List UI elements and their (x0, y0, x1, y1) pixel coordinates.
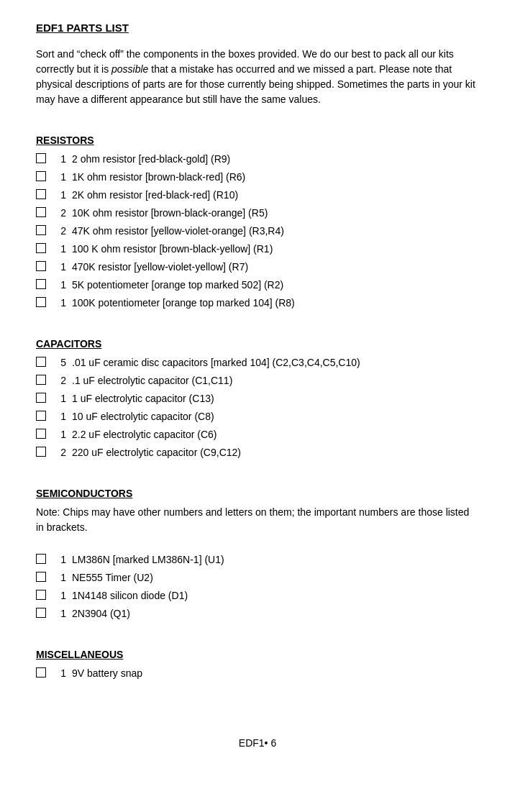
item-description: 10K ohm resistor [brown-black-orange] (R… (72, 206, 479, 221)
list-item: 19V battery snap (36, 666, 479, 681)
checkbox[interactable] (36, 357, 46, 367)
item-description: 220 uF electrolytic capacitor (C9,C12) (72, 445, 479, 460)
list-item: 1LM386N [marked LM386N-1] (U1) (36, 552, 479, 567)
list-item: 12N3904 (Q1) (36, 606, 479, 621)
item-description: LM386N [marked LM386N-1] (U1) (72, 552, 479, 567)
checkbox[interactable] (36, 243, 46, 253)
item-quantity: 1 (52, 188, 66, 203)
list-item: 11K ohm resistor [brown-black-red] (R6) (36, 170, 479, 185)
items-list-semiconductors: 1LM386N [marked LM386N-1] (U1)1NE555 Tim… (36, 552, 479, 621)
section-resistors: RESISTORS12 ohm resistor [red-black-gold… (36, 134, 479, 324)
item-quantity: 1 (52, 278, 66, 293)
item-description: 1 uF electrolytic capacitor (C13) (72, 391, 479, 406)
items-list-resistors: 12 ohm resistor [red-black-gold] (R9)11K… (36, 152, 479, 311)
section-title-semiconductors: SEMICONDUCTORS (36, 488, 479, 499)
checkbox[interactable] (36, 554, 46, 564)
checkbox[interactable] (36, 393, 46, 403)
section-semiconductors: SEMICONDUCTORSNote: Chips may have other… (36, 488, 479, 634)
item-description: 2K ohm resistor [red-black-red] (R10) (72, 188, 479, 203)
checkbox[interactable] (36, 261, 46, 271)
section-miscellaneous: MISCELLANEOUS19V battery snap (36, 649, 479, 694)
item-quantity: 1 (52, 427, 66, 442)
item-quantity: 1 (52, 391, 66, 406)
list-item: 12.2 uF electrolytic capacitor (C6) (36, 427, 479, 442)
checkbox[interactable] (36, 297, 46, 307)
checkbox[interactable] (36, 189, 46, 199)
item-quantity: 1 (52, 260, 66, 275)
page-title: EDF1 PARTS LIST (36, 22, 479, 34)
checkbox[interactable] (36, 590, 46, 600)
checkbox[interactable] (36, 207, 46, 217)
item-quantity: 1 (52, 552, 66, 567)
list-item: 12 ohm resistor [red-black-gold] (R9) (36, 152, 479, 167)
item-quantity: 2 (52, 206, 66, 221)
item-description: 9V battery snap (72, 666, 479, 681)
item-description: NE555 Timer (U2) (72, 570, 479, 585)
list-item: 11N4148 silicon diode (D1) (36, 588, 479, 603)
section-note-semiconductors: Note: Chips may have other numbers and l… (36, 505, 479, 535)
checkbox[interactable] (36, 667, 46, 678)
checkbox[interactable] (36, 279, 46, 289)
section-title-capacitors: CAPACITORS (36, 338, 479, 350)
list-item: 1100K potentiometer [orange top marked 1… (36, 296, 479, 311)
items-list-capacitors: 5.01 uF ceramic disc capacitors [marked … (36, 355, 479, 460)
item-description: 2.2 uF electrolytic capacitor (C6) (72, 427, 479, 442)
list-item: 2.1 uF electrolytic capacitor (C1,C11) (36, 373, 479, 388)
section-capacitors: CAPACITORS5.01 uF ceramic disc capacitor… (36, 338, 479, 473)
checkbox[interactable] (36, 572, 46, 582)
item-quantity: 2 (52, 224, 66, 239)
section-title-miscellaneous: MISCELLANEOUS (36, 649, 479, 660)
item-quantity: 1 (52, 296, 66, 311)
list-item: 2220 uF electrolytic capacitor (C9,C12) (36, 445, 479, 460)
list-item: 1100 K ohm resistor [brown-black-yellow]… (36, 242, 479, 257)
item-description: .01 uF ceramic disc capacitors [marked 1… (72, 355, 479, 370)
item-quantity: 1 (52, 409, 66, 424)
list-item: 15K potentiometer [orange top marked 502… (36, 278, 479, 293)
list-item: 247K ohm resistor [yellow-violet-orange]… (36, 224, 479, 239)
checkbox[interactable] (36, 411, 46, 421)
item-description: 5K potentiometer [orange top marked 502]… (72, 278, 479, 293)
list-item: 210K ohm resistor [brown-black-orange] (… (36, 206, 479, 221)
item-description: 47K ohm resistor [yellow-violet-orange] … (72, 224, 479, 239)
checkbox[interactable] (36, 375, 46, 385)
list-item: 11 uF electrolytic capacitor (C13) (36, 391, 479, 406)
checkbox[interactable] (36, 225, 46, 235)
item-description: .1 uF electrolytic capacitor (C1,C11) (72, 373, 479, 388)
item-description: 2 ohm resistor [red-black-gold] (R9) (72, 152, 479, 167)
item-quantity: 1 (52, 242, 66, 257)
item-quantity: 1 (52, 570, 66, 585)
item-description: 1K ohm resistor [brown-black-red] (R6) (72, 170, 479, 185)
item-quantity: 1 (52, 606, 66, 621)
item-quantity: 2 (52, 373, 66, 388)
item-quantity: 1 (52, 666, 66, 681)
item-quantity: 1 (52, 170, 66, 185)
checkbox[interactable] (36, 429, 46, 439)
checkbox[interactable] (36, 608, 46, 618)
item-quantity: 1 (52, 588, 66, 603)
checkbox[interactable] (36, 153, 46, 163)
item-description: 100K potentiometer [orange top marked 10… (72, 296, 479, 311)
item-description: 100 K ohm resistor [brown-black-yellow] … (72, 242, 479, 257)
item-quantity: 5 (52, 355, 66, 370)
page-footer: EDF1• 6 (36, 737, 479, 749)
section-title-resistors: RESISTORS (36, 134, 479, 146)
intro-paragraph: Sort and “check off” the components in t… (36, 47, 479, 107)
checkbox[interactable] (36, 447, 46, 457)
item-quantity: 2 (52, 445, 66, 460)
list-item: 110 uF electrolytic capacitor (C8) (36, 409, 479, 424)
list-item: 12K ohm resistor [red-black-red] (R10) (36, 188, 479, 203)
item-description: 2N3904 (Q1) (72, 606, 479, 621)
list-item: 1470K resistor [yellow-violet-yellow] (R… (36, 260, 479, 275)
list-item: 1NE555 Timer (U2) (36, 570, 479, 585)
checkbox[interactable] (36, 171, 46, 181)
items-list-miscellaneous: 19V battery snap (36, 666, 479, 681)
item-description: 10 uF electrolytic capacitor (C8) (72, 409, 479, 424)
item-description: 1N4148 silicon diode (D1) (72, 588, 479, 603)
list-item: 5.01 uF ceramic disc capacitors [marked … (36, 355, 479, 370)
item-quantity: 1 (52, 152, 66, 167)
item-description: 470K resistor [yellow-violet-yellow] (R7… (72, 260, 479, 275)
